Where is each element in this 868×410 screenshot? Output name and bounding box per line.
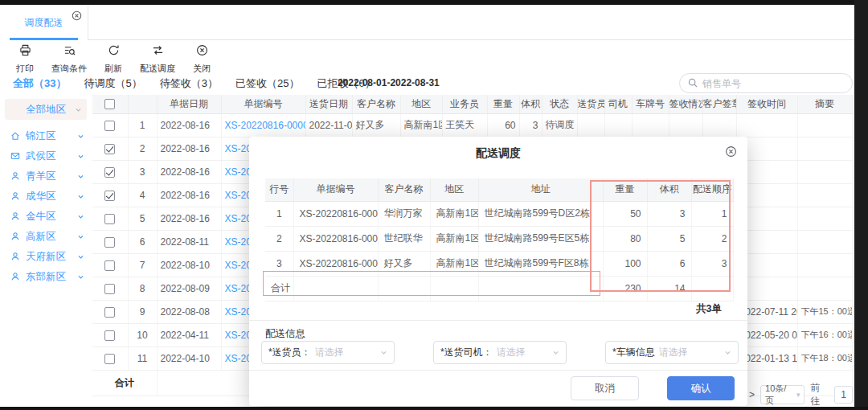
customer-cell: 好又多 — [378, 251, 430, 276]
sidebar-all-regions-label: 全部地区 — [26, 103, 66, 117]
doc-no-cell: XS-20220816-000017 — [293, 201, 378, 226]
row-checkbox[interactable] — [104, 214, 115, 224]
select-dropdown[interactable]: *送货员： 请选择 — [261, 341, 395, 364]
select-dropdown[interactable]: *送货司机： 请选择 — [433, 341, 567, 364]
chevron-down-icon[interactable] — [77, 153, 84, 160]
column-header: 地址 — [478, 178, 603, 201]
confirm-button[interactable]: 确认 — [667, 376, 735, 400]
sidebar-region-item[interactable]: 金牛区 — [0, 207, 92, 227]
doc-no-link[interactable]: XS-20220816-000018 — [225, 120, 306, 131]
sidebar-all-regions[interactable]: 全部地区 — [5, 99, 87, 120]
status-filter-tab[interactable]: 待调度（5） — [84, 76, 141, 91]
select-label: *送货员： — [268, 346, 311, 359]
status-filter-tab[interactable]: 已签收（25） — [235, 76, 299, 91]
dispatch-modal: 配送调度 行号单据编号客户名称地区地址重量体积配送顺序 1 XS-2022081… — [249, 137, 747, 406]
sidebar-region-item[interactable]: 青羊区 — [0, 166, 92, 187]
toolbar-button[interactable]: 关闭 — [188, 44, 215, 75]
row-checkbox[interactable] — [104, 144, 115, 154]
toolbar-button[interactable]: 配送调度 — [140, 44, 175, 75]
chevron-down-icon[interactable] — [77, 173, 84, 180]
column-header: 签收时间 — [736, 95, 797, 113]
sidebar-region-label: 高新区 — [26, 230, 56, 244]
page-size-select[interactable]: 10条/页 ▾ — [760, 385, 805, 404]
sidebar-region-item[interactable]: 成华区 — [0, 187, 92, 207]
row-checkbox[interactable] — [104, 330, 115, 341]
region-sidebar: 全部地区 锦江区 — [0, 95, 92, 407]
sidebar-region-item[interactable]: 武侯区 — [0, 146, 92, 166]
row-select-cell — [92, 207, 128, 230]
page-number-input[interactable]: 1 — [834, 386, 853, 404]
row-checkbox[interactable] — [104, 191, 115, 201]
status-cell: 待调度 — [542, 113, 577, 137]
search-input[interactable] — [702, 78, 831, 89]
document-tab[interactable]: 调度配送 — [0, 5, 88, 40]
address-cell: 世纪城南路599号F区8栋 — [478, 251, 603, 276]
cancel-button[interactable]: 取消 — [571, 376, 639, 400]
toolbar-button[interactable]: 查询条件 — [51, 44, 87, 75]
toolbar-button[interactable]: 打印 — [11, 44, 39, 75]
address-cell: 世纪城南路599号D区2栋 — [478, 201, 603, 226]
weight-cell: 100 — [603, 251, 647, 276]
sidebar-region-item[interactable]: 东部新区 — [0, 267, 92, 287]
doc-date-cell: 2022-08-16 — [157, 183, 221, 207]
row-checkbox[interactable] — [104, 167, 115, 178]
table-row[interactable]: 2 XS-20220816-000016 世纪联华 高新南1区 世纪城南路599… — [265, 226, 733, 251]
row-checkbox[interactable] — [104, 354, 115, 364]
select-dropdown[interactable]: *车辆信息 请选择 — [605, 341, 739, 364]
chevron-down-icon[interactable] — [77, 253, 84, 260]
sidebar-region-label: 武侯区 — [26, 150, 56, 163]
row-select-cell — [92, 137, 128, 160]
row-checkbox[interactable] — [104, 121, 115, 131]
row-select-cell — [92, 230, 128, 253]
chevron-down-icon[interactable] — [77, 193, 84, 200]
chevron-down-icon[interactable] — [77, 233, 84, 240]
select-placeholder: 请选择 — [497, 346, 548, 359]
line-number-cell: 1 — [265, 201, 293, 226]
summary-cell — [797, 277, 852, 300]
column-header: 地区 — [400, 95, 442, 113]
table-row[interactable]: 3 XS-20220816-000015 好又多 高新南1区 世纪城南路599号… — [265, 251, 733, 276]
sidebar-region-item[interactable]: 天府新区 — [0, 247, 92, 267]
deliveryman-cell — [577, 113, 604, 137]
search-box[interactable] — [679, 73, 853, 93]
delivery-order-cell: 2 — [691, 226, 733, 251]
table-row[interactable]: 1 2022-08-16 XS-20220816-000018 2022-11-… — [92, 113, 852, 137]
next-page-icon[interactable]: > — [749, 389, 755, 400]
toolbar-button-label: 刷新 — [104, 63, 122, 75]
status-filter-tab[interactable]: 待签收（3） — [160, 76, 218, 91]
summary-cell: 下午16：00送达 — [797, 323, 852, 346]
column-header: 送货员 — [577, 95, 604, 113]
weight-cell: 60 — [487, 113, 519, 137]
chevron-down-icon[interactable] — [77, 273, 84, 281]
row-checkbox[interactable] — [104, 260, 115, 271]
tab-close-icon[interactable] — [72, 10, 82, 21]
table-row[interactable]: 1 XS-20220816-000017 华润万家 高新南1区 世纪城南路599… — [265, 201, 733, 226]
column-header: 体积 — [647, 178, 691, 201]
close-circle-icon — [196, 44, 208, 59]
toolbar-button[interactable]: 刷新 — [100, 44, 127, 75]
chevron-down-icon[interactable] — [77, 213, 84, 220]
customer-cell: 好又多 — [352, 113, 400, 137]
select-all-checkbox[interactable] — [104, 99, 115, 109]
status-filter-tab[interactable]: 全部（33） — [13, 76, 66, 91]
row-checkbox[interactable] — [104, 307, 115, 318]
volume-cell: 5 — [647, 226, 691, 251]
toolbar-button-label: 关闭 — [193, 63, 211, 75]
printer-icon — [19, 44, 31, 59]
divider — [249, 320, 747, 321]
row-checkbox[interactable] — [104, 284, 115, 294]
toolbar-button-label: 查询条件 — [51, 63, 87, 75]
address-cell: 世纪城南路599号E区5栋 — [478, 226, 603, 251]
row-checkbox[interactable] — [104, 237, 115, 248]
sidebar-region-item[interactable]: 锦江区 — [0, 126, 92, 146]
modal-close-icon[interactable] — [725, 146, 737, 158]
window-frame-top — [0, 0, 868, 5]
summary-cell — [797, 183, 852, 207]
volume-cell: 3 — [647, 201, 691, 226]
sign-time-cell — [736, 113, 797, 137]
chevron-down-icon[interactable] — [77, 133, 84, 140]
region-cell: 高新南1区 — [430, 251, 478, 276]
user-icon — [10, 170, 20, 184]
sidebar-region-item[interactable]: 高新区 — [0, 227, 92, 247]
refresh-icon — [108, 44, 120, 59]
